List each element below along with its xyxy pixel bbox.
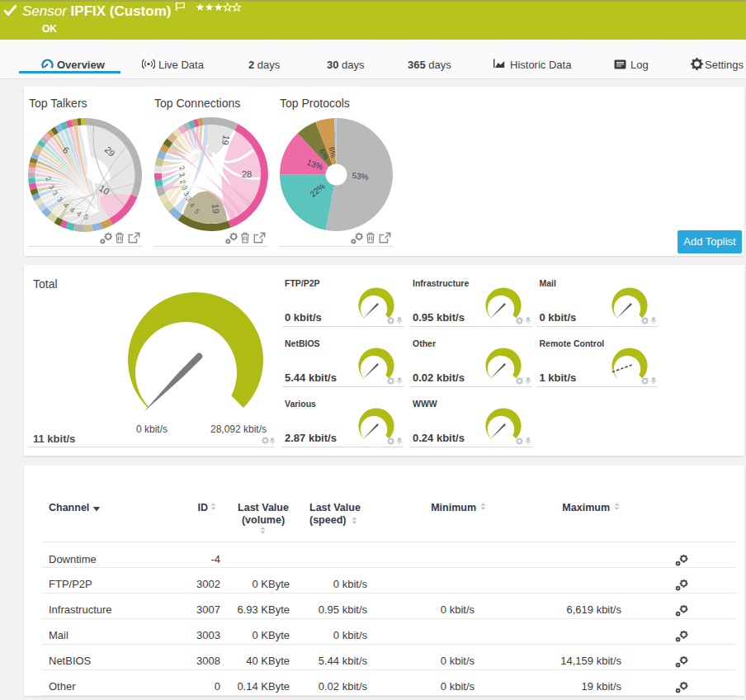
svg-text:53%: 53% (352, 171, 369, 182)
svg-text:19: 19 (210, 203, 221, 214)
svg-text:19: 19 (220, 135, 232, 146)
svg-text:28: 28 (242, 169, 252, 179)
